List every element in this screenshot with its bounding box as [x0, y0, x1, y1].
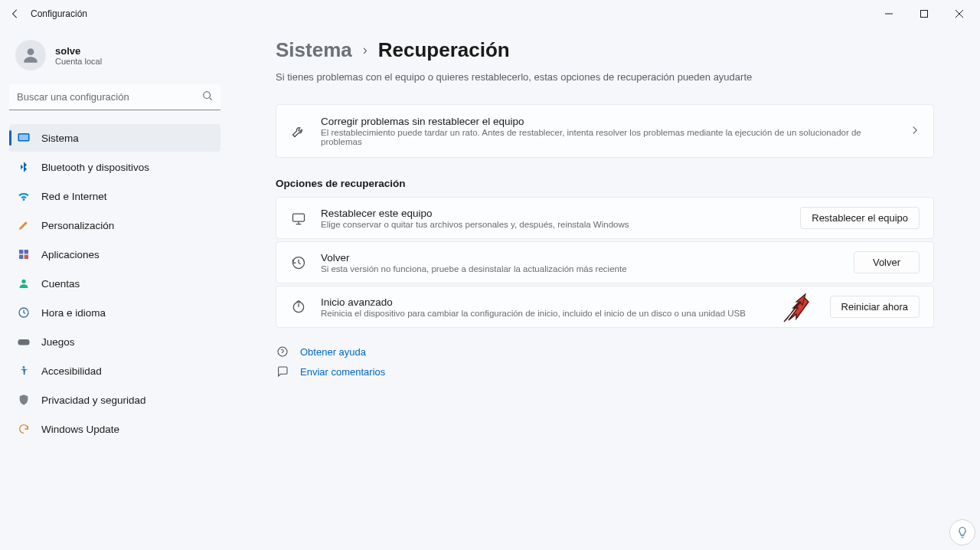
- svg-rect-12: [24, 255, 28, 259]
- user-block[interactable]: solve Cuenta local: [9, 32, 220, 84]
- svg-line-6: [210, 98, 212, 100]
- page-title: Recuperación: [378, 38, 510, 62]
- wrench-icon: [290, 123, 307, 139]
- clock-globe-icon: [17, 306, 31, 319]
- window-title: Configuración: [31, 8, 87, 19]
- tips-button[interactable]: [949, 519, 975, 545]
- brush-icon: [17, 218, 31, 232]
- svg-point-4: [28, 48, 34, 55]
- chevron-right-icon: ›: [363, 42, 368, 58]
- bluetooth-icon: [17, 160, 31, 174]
- go-back-button[interactable]: Volver: [854, 251, 920, 273]
- advanced-startup-desc: Reinicia el dispositivo para cambiar la …: [321, 309, 816, 318]
- svg-point-13: [21, 280, 25, 283]
- sidebar-item-label: Cuentas: [41, 278, 80, 290]
- sidebar-item-privacy[interactable]: Privacidad y seguridad: [9, 386, 220, 414]
- breadcrumb-parent[interactable]: Sistema: [276, 38, 352, 62]
- go-back-card: Volver Si esta versión no funciona, prue…: [276, 241, 934, 283]
- sidebar-item-time[interactable]: Hora e idioma: [9, 299, 220, 326]
- fix-without-reset-card[interactable]: Corregir problemas sin restablecer el eq…: [276, 104, 934, 158]
- help-icon: [276, 345, 289, 358]
- send-feedback-link[interactable]: Enviar comentarios: [300, 366, 385, 378]
- fix-card-title: Corregir problemas sin restablecer el eq…: [321, 116, 897, 127]
- shield-icon: [17, 393, 31, 407]
- reset-pc-title: Restablecer este equipo: [321, 208, 786, 219]
- get-help-link[interactable]: Obtener ayuda: [300, 346, 366, 358]
- sidebar-item-label: Privacidad y seguridad: [41, 394, 146, 406]
- sidebar-item-label: Red e Internet: [41, 191, 107, 202]
- svg-rect-16: [293, 214, 305, 221]
- chevron-right-icon: [910, 124, 920, 138]
- svg-point-18: [278, 347, 287, 356]
- sidebar-item-label: Juegos: [41, 336, 75, 348]
- fix-card-desc: El restablecimiento puede tardar un rato…: [321, 128, 897, 146]
- sidebar-item-label: Aplicaciones: [41, 249, 100, 260]
- user-icon: [21, 45, 41, 65]
- reset-pc-icon: [290, 210, 307, 227]
- sidebar-item-label: Hora e idioma: [41, 307, 106, 319]
- reset-pc-desc: Elige conservar o quitar tus archivos pe…: [321, 220, 786, 229]
- page-subtitle: Si tienes problemas con el equipo o quie…: [276, 71, 934, 83]
- lightbulb-icon: [956, 525, 969, 539]
- user-subtitle: Cuenta local: [55, 57, 102, 66]
- update-icon: [17, 422, 31, 436]
- minimize-icon: [885, 10, 893, 18]
- sidebar-item-label: Sistema: [41, 133, 79, 144]
- close-button[interactable]: [942, 0, 977, 28]
- svg-point-15: [23, 366, 25, 368]
- recovery-options-header: Opciones de recuperación: [276, 178, 934, 189]
- account-icon: [17, 277, 31, 290]
- close-icon: [956, 10, 963, 18]
- sidebar-item-network[interactable]: Red e Internet: [9, 182, 220, 210]
- advanced-startup-card: Inicio avanzado Reinicia el dispositivo …: [276, 286, 934, 328]
- restart-now-button[interactable]: Reiniciar ahora: [830, 296, 920, 318]
- go-back-desc: Si esta versión no funciona, pruebe a de…: [321, 264, 840, 273]
- sidebar-item-label: Personalización: [41, 220, 114, 231]
- feedback-icon: [276, 365, 289, 378]
- svg-rect-10: [24, 250, 28, 254]
- apps-icon: [17, 247, 31, 261]
- sidebar-item-bluetooth[interactable]: Bluetooth y dispositivos: [9, 153, 220, 181]
- minimize-button[interactable]: [871, 0, 906, 28]
- maximize-icon: [920, 10, 928, 18]
- sidebar-item-sistema[interactable]: Sistema: [9, 124, 220, 152]
- accessibility-icon: [17, 364, 31, 378]
- power-restart-icon: [290, 299, 307, 316]
- svg-point-5: [204, 92, 211, 99]
- sidebar-item-apps[interactable]: Aplicaciones: [9, 241, 220, 268]
- svg-rect-11: [19, 255, 23, 259]
- svg-rect-8: [19, 135, 28, 141]
- maximize-button[interactable]: [906, 0, 942, 28]
- search-input[interactable]: [9, 84, 220, 110]
- svg-rect-9: [19, 250, 23, 254]
- system-icon: [17, 131, 31, 145]
- reset-pc-button[interactable]: Restablecer el equipo: [800, 207, 920, 229]
- back-button[interactable]: [3, 2, 28, 26]
- sidebar-item-accessibility[interactable]: Accesibilidad: [9, 357, 220, 385]
- sidebar-item-accounts[interactable]: Cuentas: [9, 270, 220, 297]
- gaming-icon: [17, 335, 31, 349]
- sidebar-item-update[interactable]: Windows Update: [9, 415, 220, 443]
- search-icon: [202, 90, 213, 104]
- breadcrumb: Sistema › Recuperación: [276, 38, 934, 62]
- history-icon: [290, 254, 307, 271]
- svg-rect-1: [921, 11, 928, 18]
- sidebar-item-label: Windows Update: [41, 424, 119, 435]
- sidebar-item-gaming[interactable]: Juegos: [9, 328, 220, 355]
- go-back-title: Volver: [321, 252, 840, 264]
- avatar: [15, 40, 46, 70]
- wifi-icon: [17, 189, 31, 203]
- sidebar-item-label: Accesibilidad: [41, 365, 102, 377]
- sidebar-item-label: Bluetooth y dispositivos: [41, 162, 149, 173]
- back-arrow-icon: [10, 8, 21, 19]
- reset-pc-card: Restablecer este equipo Elige conservar …: [276, 197, 934, 239]
- user-name: solve: [55, 45, 102, 57]
- sidebar-item-personalization[interactable]: Personalización: [9, 211, 220, 239]
- advanced-startup-title: Inicio avanzado: [321, 296, 816, 308]
